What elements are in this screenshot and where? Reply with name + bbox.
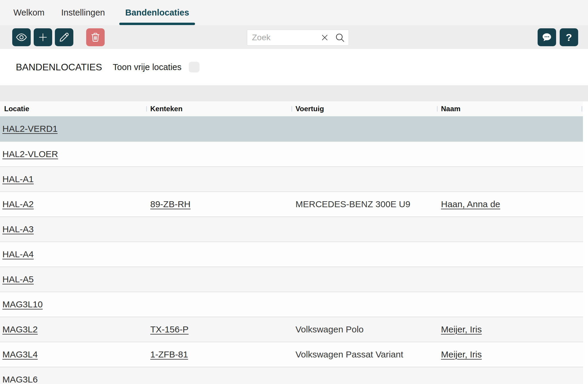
add-button[interactable]	[34, 28, 52, 46]
trash-icon	[90, 32, 101, 43]
column-header-kenteken[interactable]: Kenteken	[146, 101, 291, 116]
locatie-link[interactable]: HAL2-VERD1	[2, 124, 58, 134]
column-header-naam[interactable]: Naam	[437, 101, 583, 116]
tab-welkom[interactable]: Welkom	[11, 0, 47, 25]
free-locations-checkbox[interactable]	[189, 62, 199, 72]
locatie-link[interactable]: MAG3L2	[2, 324, 38, 335]
column-header-voertuig[interactable]: Voertuig	[291, 101, 437, 116]
locatie-link[interactable]: HAL-A3	[2, 224, 34, 234]
locatie-link[interactable]: HAL2-VLOER	[2, 149, 58, 159]
cell-voertuig	[291, 367, 437, 384]
cell-naam: Meijer, Iris	[437, 342, 583, 367]
table-row[interactable]: HAL-A3	[0, 216, 583, 241]
table-row[interactable]: MAG3L2TX-156-PVolkswagen PoloMeijer, Iri…	[0, 317, 583, 342]
naam-link[interactable]: Haan, Anna de	[441, 199, 500, 209]
locatie-link[interactable]: HAL-A2	[2, 199, 34, 209]
voertuig-text: MERCEDES-BENZ 300E U9	[295, 199, 410, 209]
locatie-link[interactable]: HAL-A5	[2, 274, 34, 284]
tab-instellingen[interactable]: Instellingen	[59, 0, 107, 25]
toggle-label: Toon vrije locaties	[113, 62, 182, 72]
locations-table: LocatieKentekenVoertuigNaam HAL2-VERD1HA…	[0, 101, 583, 384]
cell-locatie: HAL-A3	[0, 217, 146, 241]
help-button[interactable]: ?	[560, 28, 578, 46]
table-row[interactable]: MAG3L10	[0, 292, 583, 317]
cell-naam: Haan, Anna de	[437, 192, 583, 216]
cell-naam	[437, 242, 583, 267]
locatie-link[interactable]: HAL-A1	[2, 174, 34, 184]
cell-naam	[437, 367, 583, 384]
search-icon[interactable]	[335, 32, 345, 43]
search-input[interactable]	[247, 33, 321, 42]
cell-voertuig	[291, 142, 437, 166]
table-row[interactable]: HAL2-VERD1	[0, 116, 583, 141]
cell-naam	[437, 142, 583, 166]
cell-voertuig: MERCEDES-BENZ 300E U9	[291, 192, 437, 216]
cell-locatie: MAG3L4	[0, 342, 146, 367]
tab-bandenlocaties[interactable]: Bandenlocaties	[119, 0, 195, 25]
search-box	[247, 30, 349, 46]
delete-button[interactable]	[86, 28, 105, 46]
table-row[interactable]: HAL-A1	[0, 166, 583, 191]
cell-locatie: HAL2-VERD1	[0, 116, 146, 141]
kenteken-link[interactable]: 1-ZFB-81	[150, 349, 188, 360]
locatie-link[interactable]: HAL-A4	[2, 249, 34, 259]
table-header: LocatieKentekenVoertuigNaam	[0, 101, 583, 116]
toolbar: ?	[0, 25, 588, 49]
cell-voertuig	[291, 292, 437, 317]
cell-kenteken: 89-ZB-RH	[146, 192, 291, 216]
table-row[interactable]: MAG3L6	[0, 367, 583, 384]
cell-kenteken	[146, 292, 291, 317]
locatie-link[interactable]: MAG3L6	[2, 374, 38, 384]
eye-icon	[16, 32, 27, 43]
feedback-button[interactable]	[538, 28, 556, 46]
cell-voertuig	[291, 242, 437, 267]
column-header-locatie[interactable]: Locatie	[0, 101, 146, 116]
cell-kenteken: TX-156-P	[146, 317, 291, 342]
tab-bar: WelkomInstellingenBandenlocaties	[0, 0, 588, 25]
cell-locatie: HAL-A5	[0, 267, 146, 292]
cell-kenteken	[146, 142, 291, 166]
chat-icon	[541, 32, 553, 43]
table-body: HAL2-VERD1HAL2-VLOERHAL-A1HAL-A289-ZB-RH…	[0, 116, 583, 384]
locatie-link[interactable]: MAG3L4	[2, 349, 38, 360]
cell-naam	[437, 167, 583, 191]
group-band	[0, 85, 588, 101]
cell-voertuig	[291, 267, 437, 292]
locatie-link[interactable]: MAG3L10	[2, 299, 43, 309]
question-icon: ?	[566, 32, 572, 42]
view-button[interactable]	[12, 28, 31, 46]
voertuig-text: Volkswagen Polo	[295, 324, 364, 335]
kenteken-link[interactable]: 89-ZB-RH	[150, 199, 191, 209]
cell-voertuig: Volkswagen Polo	[291, 317, 437, 342]
cell-naam: Meijer, Iris	[437, 317, 583, 342]
edit-button[interactable]	[55, 28, 73, 46]
table-row[interactable]: HAL2-VLOER	[0, 141, 583, 166]
cell-voertuig	[291, 167, 437, 191]
cell-locatie: MAG3L2	[0, 317, 146, 342]
table-row[interactable]: HAL-A4	[0, 241, 583, 267]
pencil-icon	[58, 32, 70, 43]
cell-kenteken	[146, 167, 291, 191]
voertuig-text: Volkswagen Passat Variant	[295, 349, 403, 360]
cell-locatie: MAG3L10	[0, 292, 146, 317]
cell-kenteken	[146, 116, 291, 141]
cell-naam	[437, 116, 583, 141]
cell-naam	[437, 267, 583, 292]
cell-locatie: HAL-A4	[0, 242, 146, 267]
cell-kenteken	[146, 217, 291, 241]
table-row[interactable]: MAG3L41-ZFB-81Volkswagen Passat VariantM…	[0, 342, 583, 367]
naam-link[interactable]: Meijer, Iris	[441, 349, 482, 360]
kenteken-link[interactable]: TX-156-P	[150, 324, 188, 335]
app-window: WelkomInstellingenBandenlocaties	[0, 0, 588, 384]
table-row[interactable]: HAL-A5	[0, 267, 583, 292]
table-row[interactable]: HAL-A289-ZB-RHMERCEDES-BENZ 300E U9Haan,…	[0, 191, 583, 216]
clear-search-icon[interactable]	[321, 33, 329, 42]
naam-link[interactable]: Meijer, Iris	[441, 324, 482, 335]
cell-kenteken	[146, 267, 291, 292]
cell-naam	[437, 292, 583, 317]
cell-kenteken: 1-ZFB-81	[146, 342, 291, 367]
cell-voertuig	[291, 217, 437, 241]
page-title: BANDENLOCATIES	[16, 62, 102, 73]
cell-voertuig: Volkswagen Passat Variant	[291, 342, 437, 367]
cell-naam	[437, 217, 583, 241]
